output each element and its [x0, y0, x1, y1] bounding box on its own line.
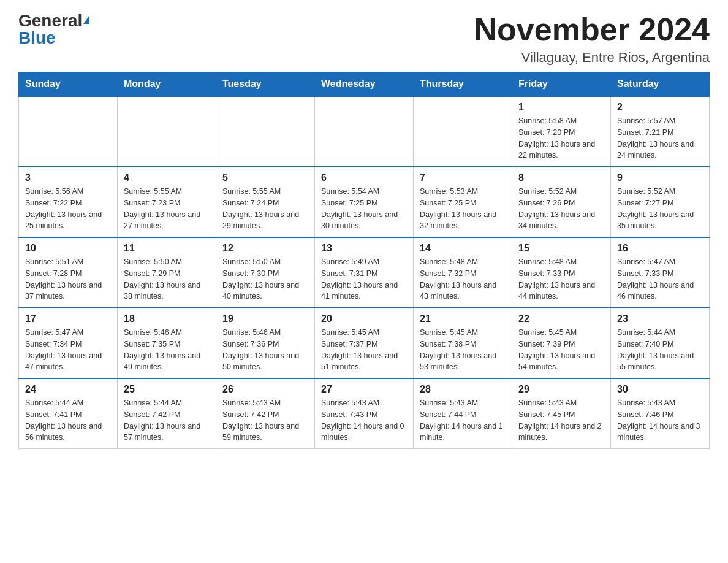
calendar-cell: 28Sunrise: 5:43 AMSunset: 7:44 PMDayligh…	[414, 378, 512, 449]
calendar-header-wednesday: Wednesday	[315, 72, 414, 97]
day-info: Sunrise: 5:46 AMSunset: 7:35 PMDaylight:…	[124, 327, 210, 373]
calendar-week-row: 3Sunrise: 5:56 AMSunset: 7:22 PMDaylight…	[19, 167, 710, 237]
calendar-week-row: 24Sunrise: 5:44 AMSunset: 7:41 PMDayligh…	[19, 378, 710, 449]
calendar-header-tuesday: Tuesday	[216, 72, 315, 97]
day-info: Sunrise: 5:53 AMSunset: 7:25 PMDaylight:…	[420, 186, 506, 232]
day-number: 9	[617, 172, 703, 183]
day-info: Sunrise: 5:45 AMSunset: 7:38 PMDaylight:…	[420, 327, 506, 373]
calendar-header-sunday: Sunday	[19, 72, 118, 97]
calendar-table: SundayMondayTuesdayWednesdayThursdayFrid…	[18, 72, 710, 449]
day-number: 3	[25, 172, 111, 183]
day-info: Sunrise: 5:55 AMSunset: 7:23 PMDaylight:…	[124, 186, 210, 232]
day-number: 21	[420, 313, 506, 324]
day-number: 2	[617, 102, 703, 113]
day-number: 29	[518, 384, 604, 395]
calendar-cell: 12Sunrise: 5:50 AMSunset: 7:30 PMDayligh…	[216, 237, 315, 308]
day-number: 4	[124, 172, 210, 183]
day-info: Sunrise: 5:47 AMSunset: 7:34 PMDaylight:…	[25, 327, 111, 373]
day-info: Sunrise: 5:57 AMSunset: 7:21 PMDaylight:…	[617, 115, 703, 161]
day-number: 22	[518, 313, 604, 324]
calendar-cell: 30Sunrise: 5:43 AMSunset: 7:46 PMDayligh…	[611, 378, 710, 449]
calendar-header-friday: Friday	[512, 72, 611, 97]
calendar-week-row: 17Sunrise: 5:47 AMSunset: 7:34 PMDayligh…	[19, 308, 710, 378]
day-info: Sunrise: 5:46 AMSunset: 7:36 PMDaylight:…	[222, 327, 308, 373]
calendar-header-saturday: Saturday	[611, 72, 710, 97]
day-number: 8	[518, 172, 604, 183]
day-number: 14	[420, 243, 506, 254]
day-number: 6	[321, 172, 407, 183]
calendar-cell: 22Sunrise: 5:45 AMSunset: 7:39 PMDayligh…	[512, 308, 611, 378]
calendar-cell: 17Sunrise: 5:47 AMSunset: 7:34 PMDayligh…	[19, 308, 118, 378]
day-info: Sunrise: 5:48 AMSunset: 7:32 PMDaylight:…	[420, 256, 506, 302]
day-info: Sunrise: 5:52 AMSunset: 7:27 PMDaylight:…	[617, 186, 703, 232]
day-info: Sunrise: 5:55 AMSunset: 7:24 PMDaylight:…	[222, 186, 308, 232]
day-number: 19	[222, 313, 308, 324]
day-number: 23	[617, 313, 703, 324]
calendar-cell: 15Sunrise: 5:48 AMSunset: 7:33 PMDayligh…	[512, 237, 611, 308]
day-info: Sunrise: 5:48 AMSunset: 7:33 PMDaylight:…	[518, 256, 604, 302]
month-title: November 2024	[474, 12, 710, 47]
calendar-week-row: 1Sunrise: 5:58 AMSunset: 7:20 PMDaylight…	[19, 96, 710, 167]
day-info: Sunrise: 5:50 AMSunset: 7:29 PMDaylight:…	[124, 256, 210, 302]
calendar-cell: 27Sunrise: 5:43 AMSunset: 7:43 PMDayligh…	[315, 378, 414, 449]
day-number: 13	[321, 243, 407, 254]
day-info: Sunrise: 5:45 AMSunset: 7:37 PMDaylight:…	[321, 327, 407, 373]
day-info: Sunrise: 5:43 AMSunset: 7:43 PMDaylight:…	[321, 397, 407, 443]
day-info: Sunrise: 5:52 AMSunset: 7:26 PMDaylight:…	[518, 186, 604, 232]
calendar-cell: 2Sunrise: 5:57 AMSunset: 7:21 PMDaylight…	[611, 96, 710, 167]
day-info: Sunrise: 5:44 AMSunset: 7:40 PMDaylight:…	[617, 327, 703, 373]
day-number: 7	[420, 172, 506, 183]
calendar-cell: 9Sunrise: 5:52 AMSunset: 7:27 PMDaylight…	[611, 167, 710, 237]
day-number: 18	[124, 313, 210, 324]
day-number: 26	[222, 384, 308, 395]
calendar-cell: 1Sunrise: 5:58 AMSunset: 7:20 PMDaylight…	[512, 96, 611, 167]
day-number: 27	[321, 384, 407, 395]
calendar-header-thursday: Thursday	[414, 72, 512, 97]
calendar-cell: 18Sunrise: 5:46 AMSunset: 7:35 PMDayligh…	[118, 308, 216, 378]
day-number: 5	[222, 172, 308, 183]
logo-blue-text: Blue	[18, 28, 56, 47]
day-number: 1	[518, 102, 604, 113]
day-number: 25	[124, 384, 210, 395]
calendar-cell: 3Sunrise: 5:56 AMSunset: 7:22 PMDaylight…	[19, 167, 118, 237]
calendar-cell: 24Sunrise: 5:44 AMSunset: 7:41 PMDayligh…	[19, 378, 118, 449]
day-info: Sunrise: 5:47 AMSunset: 7:33 PMDaylight:…	[617, 256, 703, 302]
calendar-cell	[216, 96, 315, 167]
calendar-cell	[414, 96, 512, 167]
calendar-cell: 7Sunrise: 5:53 AMSunset: 7:25 PMDaylight…	[414, 167, 512, 237]
calendar-cell: 29Sunrise: 5:43 AMSunset: 7:45 PMDayligh…	[512, 378, 611, 449]
calendar-cell: 5Sunrise: 5:55 AMSunset: 7:24 PMDaylight…	[216, 167, 315, 237]
calendar-header-row: SundayMondayTuesdayWednesdayThursdayFrid…	[19, 72, 710, 97]
page-header: General Blue November 2024 Villaguay, En…	[18, 12, 710, 66]
logo-triangle-icon	[83, 15, 89, 24]
day-info: Sunrise: 5:44 AMSunset: 7:41 PMDaylight:…	[25, 397, 111, 443]
calendar-cell: 11Sunrise: 5:50 AMSunset: 7:29 PMDayligh…	[118, 237, 216, 308]
day-number: 10	[25, 243, 111, 254]
day-number: 30	[617, 384, 703, 395]
calendar-cell: 4Sunrise: 5:55 AMSunset: 7:23 PMDaylight…	[118, 167, 216, 237]
day-info: Sunrise: 5:43 AMSunset: 7:44 PMDaylight:…	[420, 397, 506, 443]
calendar-cell: 13Sunrise: 5:49 AMSunset: 7:31 PMDayligh…	[315, 237, 414, 308]
calendar-cell	[19, 96, 118, 167]
day-number: 12	[222, 243, 308, 254]
logo-general-text: General	[18, 12, 82, 29]
day-info: Sunrise: 5:50 AMSunset: 7:30 PMDaylight:…	[222, 256, 308, 302]
day-info: Sunrise: 5:58 AMSunset: 7:20 PMDaylight:…	[518, 115, 604, 161]
day-number: 24	[25, 384, 111, 395]
calendar-cell: 21Sunrise: 5:45 AMSunset: 7:38 PMDayligh…	[414, 308, 512, 378]
day-number: 16	[617, 243, 703, 254]
calendar-cell: 16Sunrise: 5:47 AMSunset: 7:33 PMDayligh…	[611, 237, 710, 308]
day-number: 17	[25, 313, 111, 324]
calendar-cell: 25Sunrise: 5:44 AMSunset: 7:42 PMDayligh…	[118, 378, 216, 449]
calendar-cell: 20Sunrise: 5:45 AMSunset: 7:37 PMDayligh…	[315, 308, 414, 378]
location-text: Villaguay, Entre Rios, Argentina	[474, 50, 710, 66]
day-info: Sunrise: 5:49 AMSunset: 7:31 PMDaylight:…	[321, 256, 407, 302]
day-info: Sunrise: 5:56 AMSunset: 7:22 PMDaylight:…	[25, 186, 111, 232]
day-info: Sunrise: 5:44 AMSunset: 7:42 PMDaylight:…	[124, 397, 210, 443]
calendar-cell: 26Sunrise: 5:43 AMSunset: 7:42 PMDayligh…	[216, 378, 315, 449]
calendar-cell: 10Sunrise: 5:51 AMSunset: 7:28 PMDayligh…	[19, 237, 118, 308]
day-info: Sunrise: 5:54 AMSunset: 7:25 PMDaylight:…	[321, 186, 407, 232]
day-info: Sunrise: 5:43 AMSunset: 7:46 PMDaylight:…	[617, 397, 703, 443]
calendar-week-row: 10Sunrise: 5:51 AMSunset: 7:28 PMDayligh…	[19, 237, 710, 308]
calendar-cell: 6Sunrise: 5:54 AMSunset: 7:25 PMDaylight…	[315, 167, 414, 237]
